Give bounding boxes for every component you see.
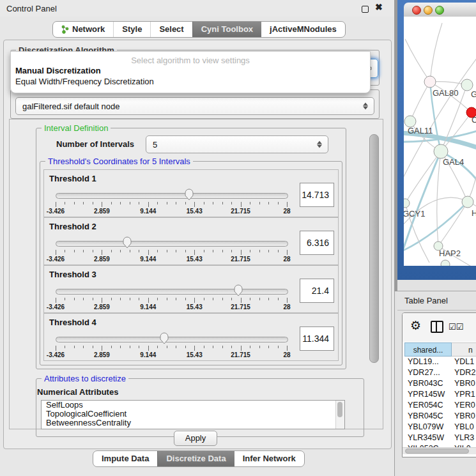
- scrollbar-thumb[interactable]: [337, 402, 342, 417]
- slider-thumb[interactable]: [185, 188, 194, 201]
- dropdown-option-equal-width[interactable]: Equal Width/Frequency Discretization: [15, 77, 154, 86]
- network-node[interactable]: [434, 144, 448, 158]
- minimize-traffic-light-icon[interactable]: [424, 6, 433, 15]
- attribute-list-item[interactable]: TopologicalCoefficient: [42, 410, 344, 418]
- table-data-combobox[interactable]: galFiltered.sif default node: [15, 97, 374, 115]
- split-pane-icon[interactable]: [431, 321, 443, 333]
- scrollbar-thumb[interactable]: [405, 449, 469, 454]
- network-edge[interactable]: [405, 39, 430, 82]
- slider-tick: [148, 298, 149, 303]
- column-header-name[interactable]: n: [452, 342, 476, 357]
- table-panel-header: Table Panel: [397, 291, 476, 311]
- slider-track[interactable]: [56, 289, 288, 295]
- slider-tick: [56, 202, 56, 207]
- dropdown-prompt: Select algorithm to view settings: [11, 56, 370, 65]
- column-header-shared-name[interactable]: shared...: [404, 342, 452, 357]
- tab-style[interactable]: Style: [113, 22, 150, 37]
- network-graph: GAL80GACGAL11GAL4GCY1HHAP2: [404, 17, 476, 266]
- settings-scrollbar-thumb[interactable]: [369, 134, 379, 363]
- slider-tick: [102, 202, 102, 207]
- float-window-icon[interactable]: [362, 6, 369, 13]
- tab-cyni-toolbox[interactable]: Cyni Toolbox: [192, 22, 261, 37]
- tab-network[interactable]: Network: [53, 22, 113, 37]
- select-columns-icon[interactable]: ☑☑: [449, 322, 463, 332]
- tab-select[interactable]: Select: [150, 22, 192, 37]
- slider-tick: [148, 346, 149, 351]
- slider-tick: [194, 346, 195, 351]
- slider-tick: [176, 202, 176, 204]
- slider-tick: [185, 298, 186, 300]
- tab-network-label: Network: [72, 22, 105, 37]
- slider-track[interactable]: [56, 193, 288, 199]
- slider-tick: [231, 298, 232, 300]
- network-edge[interactable]: [410, 82, 430, 121]
- attribute-list-item[interactable]: SelfLoops: [42, 401, 344, 410]
- threshold-value-field[interactable]: 14.713: [300, 183, 334, 207]
- tab-impute-data[interactable]: Impute Data: [93, 451, 157, 466]
- table-row[interactable]: YLR345WYLR3: [403, 433, 476, 444]
- slider-tick: [213, 346, 213, 348]
- slider-tick: [83, 346, 84, 348]
- slider-tick-label: -3.426: [47, 303, 65, 311]
- table-row[interactable]: YBR043CYBR0: [403, 379, 476, 390]
- slider-thumb[interactable]: [160, 332, 169, 344]
- slider-tick: [259, 346, 260, 348]
- gear-icon[interactable]: ⚙: [410, 318, 421, 333]
- network-node[interactable]: [404, 199, 410, 208]
- slider-tick: [93, 202, 93, 204]
- threshold-row: Threshold 2 6.316 -3.4262.8599.14415.432…: [43, 217, 339, 265]
- network-node[interactable]: [462, 196, 473, 208]
- slider-tick: [139, 298, 139, 300]
- slider-thumb[interactable]: [123, 236, 132, 249]
- table-row[interactable]: YDR27...YDR2: [403, 368, 476, 379]
- num-intervals-combobox[interactable]: 5: [146, 135, 328, 153]
- table-hscrollbar[interactable]: [403, 447, 476, 454]
- network-canvas[interactable]: GAL80GACGAL11GAL4GCY1HHAP2: [404, 17, 476, 266]
- zoom-traffic-light-icon[interactable]: [435, 6, 444, 15]
- slider-tick: [65, 346, 65, 348]
- table-row[interactable]: YDL19...YDL1: [403, 357, 476, 368]
- slider-tick: [130, 346, 130, 348]
- table-row[interactable]: YPR145WYPR1: [403, 390, 476, 401]
- tab-jactivemnodules[interactable]: jActiveMNodules: [261, 22, 345, 37]
- network-window-titlebar: [404, 3, 476, 17]
- slider-tick: [268, 202, 269, 204]
- tab-discretize-data[interactable]: Discretize Data: [157, 451, 234, 466]
- network-node-label: C: [472, 115, 476, 125]
- slider-tick: [65, 298, 65, 300]
- attributes-list[interactable]: SelfLoopsTopologicalCoefficientBetweenne…: [41, 400, 345, 429]
- close-traffic-light-icon[interactable]: [412, 6, 421, 15]
- threshold-value-field[interactable]: 11.344: [300, 326, 334, 351]
- slider-tick: [194, 202, 195, 207]
- table-row[interactable]: YBL079WYBL0: [403, 422, 476, 433]
- apply-button[interactable]: Apply: [174, 431, 217, 446]
- close-icon[interactable]: ✖: [375, 2, 383, 12]
- table-row[interactable]: YBR045CYBR0: [403, 411, 476, 422]
- threshold-value-field[interactable]: 6.316: [300, 231, 334, 255]
- dropdown-option-manual[interactable]: Manual Discretization: [15, 66, 101, 75]
- tab-infer-network[interactable]: Infer Network: [234, 451, 304, 466]
- slider-tick: [74, 202, 75, 204]
- table-row[interactable]: YER054CYER0: [403, 401, 476, 411]
- slider-tick-label: 28: [283, 208, 290, 215]
- network-node[interactable]: [441, 260, 450, 266]
- table-toolbar: ⚙ ☑☑: [403, 313, 476, 342]
- slider-tick: [222, 298, 223, 300]
- attribute-list-item[interactable]: BetweennessCentrality: [42, 418, 344, 427]
- table-panel-title: Table Panel: [404, 296, 448, 305]
- slider-tick: [287, 298, 288, 303]
- attributes-list-scrollbar[interactable]: [335, 401, 344, 429]
- slider-tick-label: 15.43: [187, 208, 203, 215]
- slider-tick: [222, 250, 223, 252]
- slider-thumb[interactable]: [234, 284, 243, 296]
- threshold-value-field[interactable]: 21.4: [300, 279, 334, 303]
- network-edge[interactable]: [430, 23, 442, 82]
- slider-tick: [167, 250, 167, 252]
- slider-track[interactable]: [56, 337, 288, 342]
- slider-tick-label: 2.859: [94, 303, 110, 311]
- slider-tick: [185, 346, 186, 348]
- network-node-label: HAP2: [439, 249, 461, 258]
- control-panel-tabbar: Network Style Select Cyni Toolbox jActiv…: [52, 21, 346, 38]
- network-node[interactable]: [424, 76, 436, 88]
- slider-track[interactable]: [56, 241, 288, 247]
